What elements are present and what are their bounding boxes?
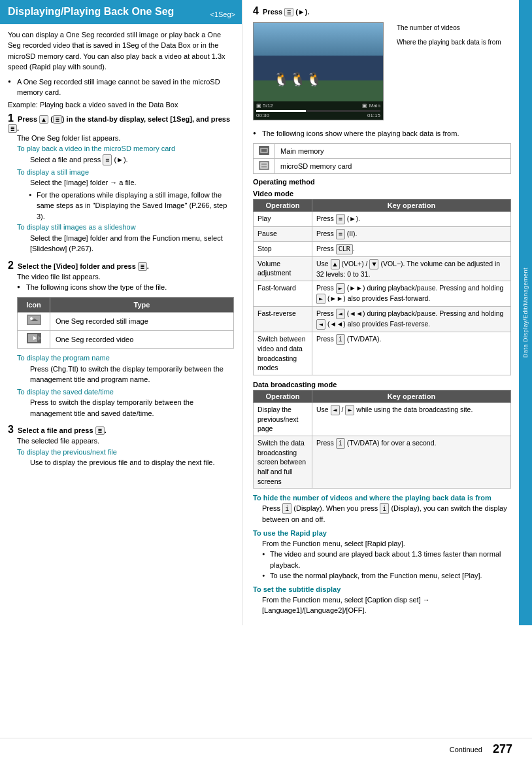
step-1-text: Press ▲ (≡) in the stand-by display, sel…: [8, 115, 230, 132]
op-play: Play: [254, 211, 312, 226]
svg-point-2: [30, 317, 33, 320]
main-memory-label: Main memory: [275, 143, 511, 158]
overlay-total: 01:15: [367, 112, 380, 118]
step-1-inst1: Select a file and press ≡ (►).: [17, 154, 234, 165]
tag-label: <1Seg>: [210, 10, 235, 19]
main-mem-icon: [259, 146, 269, 155]
step-2-inst2: Press to switch the display temporarily …: [17, 397, 234, 419]
sidebar-label-text: Data Display/Edit/Management: [522, 268, 529, 358]
table-row: Display the previous/next page Use ◄ / ►…: [254, 402, 511, 436]
step-1-inst3: Select the [Image] folder and from the F…: [17, 233, 234, 254]
op-switch: Switch between video and data broadcasti…: [254, 332, 312, 375]
step-4: 4 Press ≡ (►).: [253, 5, 511, 17]
annotation-2: Where the playing back data is from: [390, 37, 501, 48]
op-volume-key: Use ▲ (VOL+) / ▼ (VOL−). The volume can …: [312, 256, 511, 281]
sidebar-label: Data Display/Edit/Management: [519, 0, 532, 625]
video-annotations: The number of videos Where the playing b…: [390, 22, 501, 48]
step-4-num: 4: [253, 5, 259, 16]
tip-hide-title: To hide the number of videos and where t…: [253, 494, 511, 502]
tip-subtitle-body: From the Function menu, select [Caption …: [253, 595, 511, 616]
op-fr-key: Press ◄ (◄◄) during playback/pause. Pres…: [312, 307, 511, 332]
table-row: Volume adjustment Use ▲ (VOL+) / ▼ (VOL−…: [254, 256, 511, 281]
step-3-sub1: The selected file appears.: [17, 436, 234, 447]
op-play-key: Press ≡ (►).: [312, 211, 511, 226]
continued-label: Continued: [450, 746, 482, 753]
step-1-inst2: Select the [Image] folder → a file.: [17, 177, 234, 188]
overlay-time: 00:30: [256, 112, 269, 118]
icon-still: [18, 313, 50, 331]
main-memory-icon: [254, 143, 275, 158]
step-4-text: Press ≡ (►).: [261, 8, 309, 16]
op-pause: Pause: [254, 226, 312, 241]
page-title: Displaying/Playing Back One Seg: [8, 6, 174, 17]
table-row: One Seg recorded video: [18, 330, 234, 349]
video-preview-container: 🐧🐧🐧 ▣ 5/12 ▣ Main 00:30 01:15: [253, 22, 511, 122]
video-icon: [27, 333, 41, 343]
footer: Continued 277: [0, 738, 532, 760]
step-1-bullet-sub1: For the operations while displaying a st…: [17, 190, 234, 222]
step-1-teal2: To display a still image: [17, 167, 234, 178]
op-table-video: Operation Key operation Play Press ≡ (►)…: [253, 199, 511, 375]
op-ff: Fast-forward: [254, 281, 312, 307]
op-table-video-col2: Key operation: [312, 199, 511, 211]
step-3-inst1: Use to display the previous file and to …: [17, 457, 234, 468]
table-row: Switch between video and data broadcasti…: [254, 332, 511, 375]
example-label: Example: Playing back a video saved in t…: [8, 101, 234, 109]
table-row: microSD memory card: [254, 158, 511, 173]
table-row: Play Press ≡ (►).: [254, 211, 511, 226]
table-row: One Seg recorded still image: [18, 313, 234, 331]
op-ff-key: Press ► (►►) during playback/pause. Pres…: [312, 281, 511, 307]
svg-rect-12: [260, 162, 268, 169]
op-pause-key: Press ≡ (II).: [312, 226, 511, 241]
table-row: Switch the data broadcasting screen betw…: [254, 436, 511, 489]
overlay-row2: 00:30 01:15: [256, 112, 380, 118]
overlay-source: ▣ Main: [362, 103, 380, 109]
icon-type-video: One Seg recorded video: [50, 330, 234, 349]
tip-rapid-bullet1: The video and sound are played back abou…: [253, 549, 511, 570]
bullet-info: The following icons show where the playi…: [253, 128, 511, 139]
memory-table: Main memory microSD memory card: [253, 143, 511, 174]
intro-text: You can display a One Seg recorded still…: [8, 29, 234, 73]
tip-subtitle-title: To set the subtitle display: [253, 585, 511, 593]
microsd-icon-svg: [259, 161, 269, 170]
microsd-icon: [254, 158, 275, 173]
step-2-text: Select the [Video] folder and press ≡.: [16, 262, 149, 270]
penguins-image: 🐧🐧🐧: [273, 71, 322, 87]
icon-type-still: One Seg recorded still image: [50, 313, 234, 331]
video-preview: 🐧🐧🐧 ▣ 5/12 ▣ Main 00:30 01:15: [253, 22, 384, 120]
step-3: 3 Select a file and press ≡. The selecte…: [8, 424, 234, 468]
op-table-video-col1: Operation: [254, 199, 312, 211]
op-table-data-col1: Operation: [254, 390, 312, 402]
tip-hide: To hide the number of videos and where t…: [253, 494, 511, 525]
table-row: Stop Press CLR.: [254, 241, 511, 256]
op-data-switch-key: Press i (TV/DATA) for over a second.: [312, 436, 511, 489]
tip-rapid-body: From the Function menu, select [Rapid pl…: [253, 538, 511, 549]
step-3-teal1: To display the previous/next file: [17, 447, 234, 458]
step-1-sub1: The One Seg folder list appears.: [17, 133, 234, 144]
op-prev-next-key: Use ◄ / ► while using the data broadcast…: [312, 402, 511, 436]
video-overlay: ▣ 5/12 ▣ Main 00:30 01:15: [254, 101, 383, 120]
annotation-1: The number of videos: [390, 22, 501, 34]
step-1-teal3: To display still images as a slideshow: [17, 222, 234, 233]
note-bullet: A One Seg recorded still image cannot be…: [8, 77, 234, 98]
step-2: 2 Select the [Video] folder and press ≡.…: [8, 260, 234, 419]
op-prev-next: Display the previous/next page: [254, 402, 312, 436]
still-image-icon: [27, 315, 41, 325]
page-number: 277: [493, 742, 512, 756]
tip-rapid: To use the Rapid play From the Function …: [253, 529, 511, 581]
svg-rect-14: [261, 166, 267, 167]
table-row: Main memory: [254, 143, 511, 158]
op-table-data-col2: Key operation: [312, 390, 511, 402]
step-2-sub1: The video file list appears.: [17, 271, 234, 283]
svg-rect-10: [261, 149, 267, 152]
icon-table-col2: Type: [50, 297, 234, 313]
tip-subtitle: To set the subtitle display From the Fun…: [253, 585, 511, 616]
table-row: Fast-reverse Press ◄ (◄◄) during playbac…: [254, 307, 511, 332]
step-3-num: 3: [8, 424, 14, 435]
svg-rect-13: [261, 164, 267, 165]
page-header: Displaying/Playing Back One Seg <1Seg>: [0, 0, 242, 24]
table-row: Fast-forward Press ► (►►) during playbac…: [254, 281, 511, 307]
overlay-count: ▣ 5/12: [256, 103, 273, 109]
microsd-label: microSD memory card: [275, 158, 511, 173]
tip-rapid-bullet2: To use the normal playback, from the Fun…: [253, 570, 511, 581]
